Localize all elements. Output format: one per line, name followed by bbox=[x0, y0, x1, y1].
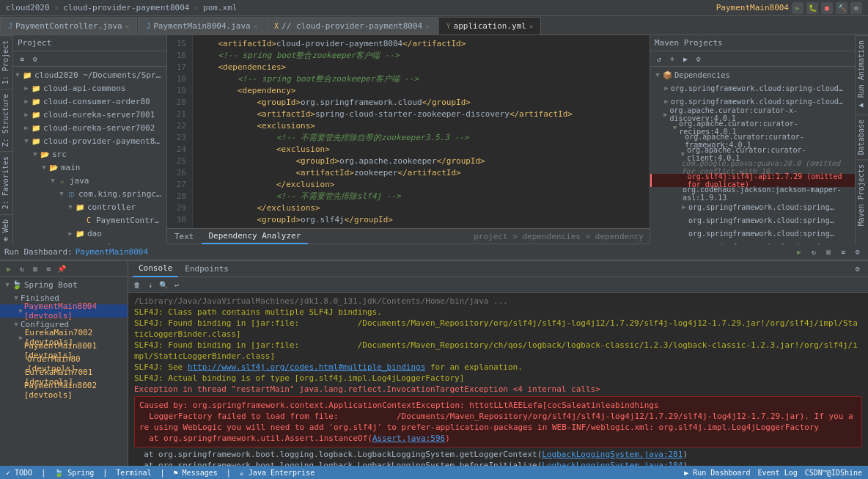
tab-label-2: PaymentMain8004.java bbox=[153, 21, 250, 31]
project-tree-panel: Project ≡ ⚙ ▼ 📁 cloud2020 ~/Documents/Sp… bbox=[13, 35, 167, 244]
tree-item-controller-folder[interactable]: ▼ 📁 controller bbox=[13, 200, 166, 213]
project-vtab[interactable]: 1: Project bbox=[0, 35, 12, 89]
tab-close-icon-3[interactable]: × bbox=[425, 23, 429, 30]
breadcrumb-pom[interactable]: pom.xml bbox=[203, 3, 237, 12]
tab-app-yml[interactable]: Y application.yml × bbox=[438, 17, 542, 34]
stop-icon[interactable]: ■ bbox=[821, 2, 833, 14]
tree-item-dao-folder[interactable]: ▶ 📁 dao bbox=[13, 227, 166, 240]
console-tabs: Console Endpoints bbox=[133, 261, 235, 277]
sr-payment-main8004[interactable]: ▼ PaymentMain8004 [devtools] bbox=[0, 304, 128, 318]
sr-rerun-btn[interactable]: ↻ bbox=[16, 263, 28, 274]
database-vtab[interactable]: Database bbox=[856, 114, 868, 159]
favorites-vtab[interactable]: 2: Favorites bbox=[0, 151, 12, 213]
tree-item-java[interactable]: ▼ ☕ java bbox=[13, 174, 166, 187]
status-spring[interactable]: 🍃 Spring bbox=[54, 469, 94, 477]
console-line-slf4j-3: SLF4J: Found binding in [jar:file: /Docu… bbox=[134, 340, 862, 362]
tab-dependency-analyzer[interactable]: Dependency Analyzer bbox=[202, 228, 309, 244]
console-tab-endpoints[interactable]: Endpoints bbox=[179, 261, 235, 277]
tree-item-api-commons[interactable]: ▶ 📁 cloud-api-commons bbox=[13, 81, 166, 95]
maven-refresh-btn[interactable]: ↺ bbox=[653, 53, 665, 65]
status-todo[interactable]: ✓ TODO bbox=[6, 469, 32, 477]
maven-dep-1[interactable]: ▶ org.springframework.cloud:spring-cloud… bbox=[650, 81, 855, 95]
console-scroll-btn[interactable]: ↓ bbox=[144, 279, 156, 290]
maven-deps-root[interactable]: ▼ 📦 Dependencies bbox=[650, 68, 855, 81]
tab-close-icon[interactable]: × bbox=[125, 23, 129, 30]
tab-text[interactable]: Text bbox=[167, 228, 202, 244]
tree-item-payment8001[interactable]: ▼ 📁 cloud-provider-payment8001 bbox=[13, 134, 166, 147]
sr-stop-btn[interactable]: ■ bbox=[29, 263, 41, 274]
maven-dep-ribbon[interactable]: org.springframework.cloud:spring-cloud-s… bbox=[650, 227, 855, 240]
maven-dep-jackson[interactable]: org.codehaus.jackson:jackson-mapper-asl:… bbox=[650, 187, 855, 200]
tree-item-main[interactable]: ▼ 📂 main bbox=[13, 161, 166, 174]
run-play-btn[interactable]: ▶ bbox=[793, 246, 805, 258]
web-vtab[interactable]: ⊕ Web bbox=[0, 214, 12, 244]
maven-header-label: Maven Projects bbox=[655, 38, 723, 48]
maven-dep-hystrix[interactable]: ▶ org.springframework.cloud:spring-cloud… bbox=[650, 200, 855, 213]
console-gear-icon[interactable]: ⚙ bbox=[852, 263, 864, 275]
tab-close-icon-2[interactable]: × bbox=[254, 23, 257, 30]
sr-play-btn[interactable]: ▶ bbox=[3, 263, 15, 274]
tree-item-eureka7001[interactable]: ▶ 📁 cloud-eureka-server7001 bbox=[13, 108, 166, 121]
status-event-log[interactable]: Event Log bbox=[758, 469, 798, 477]
run-settings2-btn[interactable]: ⚙ bbox=[852, 246, 864, 258]
status-run-dashboard[interactable]: ▶ Run Dashboard bbox=[684, 469, 750, 477]
console-line-exception: Exception in thread "restartMain" java.l… bbox=[134, 384, 862, 395]
build-icon[interactable]: 🔨 bbox=[836, 2, 847, 14]
structure-vtab[interactable]: Z: Structure bbox=[0, 89, 12, 151]
run-collapse-btn[interactable]: ≡ bbox=[837, 246, 849, 258]
maven-toolbar: ↺ + ▶ ⚙ bbox=[650, 51, 855, 67]
run-animation-vtab[interactable]: ▶ Run Animation bbox=[856, 35, 868, 114]
console-line-slf4j-4: SLF4J: See http://www.slf4j.org/codes.ht… bbox=[134, 362, 862, 373]
tree-item-payment-controller[interactable]: C PaymentController bbox=[13, 213, 166, 227]
run-stop-btn[interactable]: ■ bbox=[823, 246, 834, 258]
run-icon[interactable]: ▶ bbox=[792, 2, 803, 14]
console-wrap-btn[interactable]: ↩ bbox=[171, 279, 183, 290]
tab-close-icon-4[interactable]: × bbox=[529, 23, 533, 30]
status-bar: ✓ TODO | 🍃 Spring | Terminal | ⚑ Message… bbox=[0, 466, 868, 479]
console-filter-btn[interactable]: 🔍 bbox=[158, 279, 169, 290]
tab-cloud-provider[interactable]: X // cloud-provider-payment8004 × bbox=[266, 17, 438, 34]
tree-item-cloud2020[interactable]: ▼ 📁 cloud2020 ~/Documents/SpringCloud/c bbox=[13, 68, 166, 81]
tab-bar: J PaymentController.java × J PaymentMain… bbox=[0, 16, 868, 35]
console-content[interactable]: /Library/Java/JavaVirtualMachines/jdk1.8… bbox=[128, 293, 868, 466]
code-editor[interactable]: <artifactId>cloud-provider-payment8004</… bbox=[193, 35, 650, 228]
run-rerun-btn[interactable]: ↻ bbox=[808, 246, 820, 258]
console-clear-btn[interactable]: 🗑 bbox=[131, 279, 143, 290]
console-line-at-1: at org.springframework.boot.logging.logb… bbox=[134, 449, 862, 460]
sr-payment-main8002[interactable]: PaymentMain8002 [devtools] bbox=[0, 384, 128, 397]
maven-vtab[interactable]: Maven Projects bbox=[856, 159, 868, 230]
debug-icon[interactable]: 🐛 bbox=[806, 2, 818, 14]
maven-settings-btn[interactable]: ⚙ bbox=[693, 53, 705, 65]
settings-tree-btn[interactable]: ⚙ bbox=[29, 53, 41, 65]
project-header-label: Project bbox=[18, 38, 51, 48]
maven-dep-archaius[interactable]: org.springframework.cloud:spring-cloud-s… bbox=[650, 213, 855, 227]
status-terminal[interactable]: Terminal bbox=[116, 469, 151, 477]
collapse-all-btn[interactable]: ≡ bbox=[16, 53, 28, 65]
sr-collapse-btn[interactable]: ≡ bbox=[43, 263, 54, 274]
console-output-panel: Console Endpoints ⚙ 🗑 ↓ 🔍 ↩ /Library/Jav… bbox=[128, 261, 868, 466]
console-line-slf4j-5: SLF4J: Actual binding is of type [org.sl… bbox=[134, 373, 862, 384]
sr-pin-btn[interactable]: 📌 bbox=[56, 263, 67, 274]
sr-spring-boot[interactable]: ▼ 🍃 Spring Boot bbox=[0, 278, 128, 291]
tree-item-order80[interactable]: ▶ 📁 cloud-consumer-order80 bbox=[13, 95, 166, 108]
maven-run-btn[interactable]: ▶ bbox=[680, 53, 691, 65]
tab-payment-main[interactable]: J PaymentMain8004.java × bbox=[138, 17, 265, 34]
status-sep-3: | bbox=[161, 469, 165, 477]
tree-item-eureka7002[interactable]: ▶ 📁 cloud-eureka-server7002 bbox=[13, 121, 166, 134]
status-java-enterprise[interactable]: ☕ Java Enterprise bbox=[240, 469, 315, 477]
breadcrumb-cloud2020[interactable]: cloud2020 bbox=[6, 3, 50, 12]
tab-label-4: application.yml bbox=[454, 21, 526, 31]
tab-label: PaymentController.java bbox=[15, 21, 122, 31]
tree-item-package[interactable]: ▼ ◫ com.king.springcloud bbox=[13, 187, 166, 200]
status-messages[interactable]: ⚑ Messages bbox=[174, 469, 218, 477]
tab-java-icon-2: J bbox=[146, 22, 150, 30]
tab-payment-controller[interactable]: J PaymentController.java × bbox=[0, 17, 137, 34]
maven-add-btn[interactable]: + bbox=[666, 53, 678, 65]
tree-item-src[interactable]: ▼ 📂 src bbox=[13, 147, 166, 161]
console-tab-console[interactable]: Console bbox=[133, 261, 178, 277]
tab-label-3: // cloud-provider-payment8004 bbox=[282, 21, 422, 31]
console-line-1: /Library/Java/JavaVirtualMachines/jdk1.8… bbox=[134, 296, 862, 307]
run-dashboard-link[interactable]: PaymentMain8004 bbox=[76, 247, 148, 257]
settings-icon[interactable]: ⚙ bbox=[850, 2, 862, 14]
breadcrumb-cloud-provider[interactable]: cloud-provider-payment8004 bbox=[63, 3, 189, 12]
